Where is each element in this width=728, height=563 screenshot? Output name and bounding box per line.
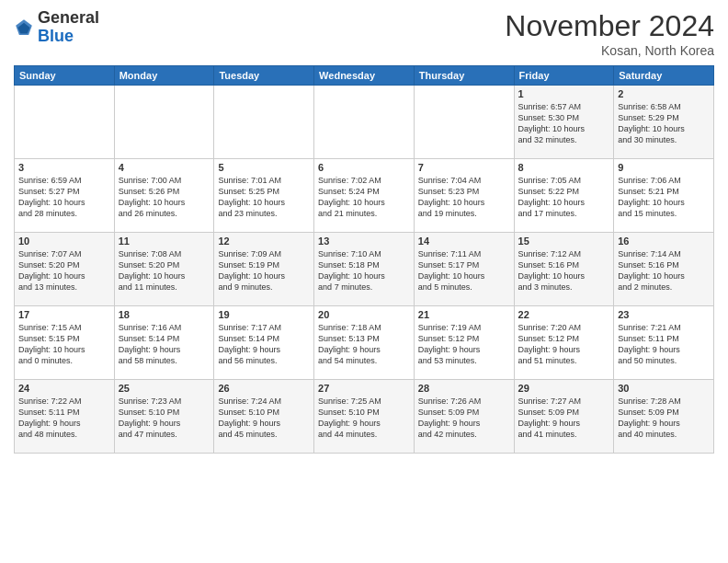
day-number: 29 — [518, 383, 610, 394]
day-info: Sunrise: 7:24 AM Sunset: 5:10 PM Dayligh… — [218, 396, 310, 441]
day-number: 8 — [518, 162, 610, 173]
day-number: 3 — [18, 162, 110, 173]
day-number: 7 — [418, 162, 510, 173]
calendar-cell: 10Sunrise: 7:07 AM Sunset: 5:20 PM Dayli… — [15, 233, 115, 306]
page-container: General Blue November 2024 Kosan, North … — [0, 0, 728, 458]
day-number: 18 — [119, 309, 210, 320]
day-number: 9 — [618, 162, 710, 173]
day-info: Sunrise: 7:12 AM Sunset: 5:16 PM Dayligh… — [518, 248, 610, 293]
day-info: Sunrise: 7:21 AM Sunset: 5:11 PM Dayligh… — [618, 322, 710, 367]
day-info: Sunrise: 7:08 AM Sunset: 5:20 PM Dayligh… — [119, 248, 210, 293]
calendar-cell: 24Sunrise: 7:22 AM Sunset: 5:11 PM Dayli… — [15, 380, 115, 454]
day-number: 10 — [18, 236, 110, 247]
calendar-cell: 12Sunrise: 7:09 AM Sunset: 5:19 PM Dayli… — [214, 233, 314, 306]
day-number: 23 — [618, 309, 710, 320]
calendar-cell: 15Sunrise: 7:12 AM Sunset: 5:16 PM Dayli… — [514, 233, 614, 306]
calendar-cell: 8Sunrise: 7:05 AM Sunset: 5:22 PM Daylig… — [514, 159, 614, 233]
day-number: 16 — [618, 236, 710, 247]
day-number: 26 — [218, 383, 310, 394]
calendar-cell — [314, 86, 415, 159]
calendar-cell: 1Sunrise: 6:57 AM Sunset: 5:30 PM Daylig… — [514, 86, 614, 159]
day-info: Sunrise: 7:23 AM Sunset: 5:10 PM Dayligh… — [119, 396, 210, 441]
day-number: 24 — [18, 383, 110, 394]
logo-blue-text: Blue — [38, 27, 74, 45]
calendar-cell: 20Sunrise: 7:18 AM Sunset: 5:13 PM Dayli… — [314, 306, 415, 380]
calendar-cell: 7Sunrise: 7:04 AM Sunset: 5:23 PM Daylig… — [414, 159, 514, 233]
calendar-cell: 2Sunrise: 6:58 AM Sunset: 5:29 PM Daylig… — [614, 86, 714, 159]
day-number: 12 — [218, 236, 310, 247]
calendar-week-1: 1Sunrise: 6:57 AM Sunset: 5:30 PM Daylig… — [15, 86, 714, 159]
day-number: 14 — [418, 236, 510, 247]
day-number: 17 — [18, 309, 110, 320]
logo: General Blue — [14, 9, 99, 46]
day-info: Sunrise: 7:25 AM Sunset: 5:10 PM Dayligh… — [318, 396, 410, 441]
calendar-cell: 14Sunrise: 7:11 AM Sunset: 5:17 PM Dayli… — [414, 233, 514, 306]
weekday-header-tuesday: Tuesday — [214, 66, 314, 86]
calendar-week-5: 24Sunrise: 7:22 AM Sunset: 5:11 PM Dayli… — [15, 380, 714, 454]
day-info: Sunrise: 7:05 AM Sunset: 5:22 PM Dayligh… — [518, 175, 610, 220]
calendar-cell: 13Sunrise: 7:10 AM Sunset: 5:18 PM Dayli… — [314, 233, 415, 306]
day-info: Sunrise: 7:06 AM Sunset: 5:21 PM Dayligh… — [618, 175, 710, 220]
day-info: Sunrise: 6:57 AM Sunset: 5:30 PM Dayligh… — [518, 101, 610, 146]
calendar-cell: 17Sunrise: 7:15 AM Sunset: 5:15 PM Dayli… — [15, 306, 115, 380]
day-number: 4 — [119, 162, 210, 173]
day-info: Sunrise: 7:09 AM Sunset: 5:19 PM Dayligh… — [218, 248, 310, 293]
logo-icon — [14, 17, 34, 38]
calendar-cell: 27Sunrise: 7:25 AM Sunset: 5:10 PM Dayli… — [314, 380, 415, 454]
calendar-cell: 16Sunrise: 7:14 AM Sunset: 5:16 PM Dayli… — [614, 233, 714, 306]
day-info: Sunrise: 7:19 AM Sunset: 5:12 PM Dayligh… — [418, 322, 510, 367]
day-info: Sunrise: 6:58 AM Sunset: 5:29 PM Dayligh… — [618, 101, 710, 146]
day-number: 2 — [618, 88, 710, 99]
weekday-header-row: SundayMondayTuesdayWednesdayThursdayFrid… — [15, 66, 714, 86]
day-number: 6 — [318, 162, 410, 173]
day-number: 27 — [318, 383, 410, 394]
location: Kosan, North Korea — [505, 43, 714, 58]
day-number: 20 — [318, 309, 410, 320]
weekday-header-saturday: Saturday — [614, 66, 714, 86]
calendar-table: SundayMondayTuesdayWednesdayThursdayFrid… — [14, 65, 714, 454]
day-info: Sunrise: 7:01 AM Sunset: 5:25 PM Dayligh… — [218, 175, 310, 220]
calendar-cell: 18Sunrise: 7:16 AM Sunset: 5:14 PM Dayli… — [114, 306, 214, 380]
calendar-cell: 6Sunrise: 7:02 AM Sunset: 5:24 PM Daylig… — [314, 159, 415, 233]
weekday-header-wednesday: Wednesday — [314, 66, 415, 86]
day-info: Sunrise: 7:04 AM Sunset: 5:23 PM Dayligh… — [418, 175, 510, 220]
title-section: November 2024 Kosan, North Korea — [505, 9, 714, 58]
calendar-week-2: 3Sunrise: 6:59 AM Sunset: 5:27 PM Daylig… — [15, 159, 714, 233]
calendar-week-3: 10Sunrise: 7:07 AM Sunset: 5:20 PM Dayli… — [15, 233, 714, 306]
day-info: Sunrise: 7:02 AM Sunset: 5:24 PM Dayligh… — [318, 175, 410, 220]
day-number: 19 — [218, 309, 310, 320]
calendar-cell: 11Sunrise: 7:08 AM Sunset: 5:20 PM Dayli… — [114, 233, 214, 306]
calendar-cell: 19Sunrise: 7:17 AM Sunset: 5:14 PM Dayli… — [214, 306, 314, 380]
day-number: 22 — [518, 309, 610, 320]
day-info: Sunrise: 6:59 AM Sunset: 5:27 PM Dayligh… — [18, 175, 110, 220]
calendar-week-4: 17Sunrise: 7:15 AM Sunset: 5:15 PM Dayli… — [15, 306, 714, 380]
weekday-header-thursday: Thursday — [414, 66, 514, 86]
weekday-header-sunday: Sunday — [15, 66, 115, 86]
day-number: 15 — [518, 236, 610, 247]
day-info: Sunrise: 7:07 AM Sunset: 5:20 PM Dayligh… — [18, 248, 110, 293]
day-info: Sunrise: 7:28 AM Sunset: 5:09 PM Dayligh… — [618, 396, 710, 441]
header: General Blue November 2024 Kosan, North … — [14, 9, 714, 58]
calendar-cell: 28Sunrise: 7:26 AM Sunset: 5:09 PM Dayli… — [414, 380, 514, 454]
day-number: 28 — [418, 383, 510, 394]
day-number: 21 — [418, 309, 510, 320]
day-info: Sunrise: 7:00 AM Sunset: 5:26 PM Dayligh… — [119, 175, 210, 220]
calendar-cell: 5Sunrise: 7:01 AM Sunset: 5:25 PM Daylig… — [214, 159, 314, 233]
day-info: Sunrise: 7:10 AM Sunset: 5:18 PM Dayligh… — [318, 248, 410, 293]
calendar-cell: 9Sunrise: 7:06 AM Sunset: 5:21 PM Daylig… — [614, 159, 714, 233]
day-number: 30 — [618, 383, 710, 394]
day-info: Sunrise: 7:14 AM Sunset: 5:16 PM Dayligh… — [618, 248, 710, 293]
calendar-cell: 3Sunrise: 6:59 AM Sunset: 5:27 PM Daylig… — [15, 159, 115, 233]
calendar-cell: 30Sunrise: 7:28 AM Sunset: 5:09 PM Dayli… — [614, 380, 714, 454]
calendar-cell: 29Sunrise: 7:27 AM Sunset: 5:09 PM Dayli… — [514, 380, 614, 454]
calendar-cell: 25Sunrise: 7:23 AM Sunset: 5:10 PM Dayli… — [114, 380, 214, 454]
day-info: Sunrise: 7:17 AM Sunset: 5:14 PM Dayligh… — [218, 322, 310, 367]
calendar-cell — [15, 86, 115, 159]
calendar-cell: 4Sunrise: 7:00 AM Sunset: 5:26 PM Daylig… — [114, 159, 214, 233]
day-number: 1 — [518, 88, 610, 99]
calendar-cell: 21Sunrise: 7:19 AM Sunset: 5:12 PM Dayli… — [414, 306, 514, 380]
day-info: Sunrise: 7:27 AM Sunset: 5:09 PM Dayligh… — [518, 396, 610, 441]
day-info: Sunrise: 7:16 AM Sunset: 5:14 PM Dayligh… — [119, 322, 210, 367]
weekday-header-friday: Friday — [514, 66, 614, 86]
day-info: Sunrise: 7:11 AM Sunset: 5:17 PM Dayligh… — [418, 248, 510, 293]
